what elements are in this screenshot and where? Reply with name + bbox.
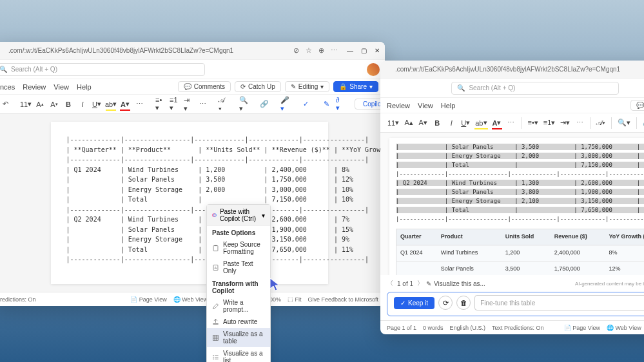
next-button[interactable]: 〉: [417, 279, 424, 288]
document-page[interactable]: |-------------|-----------------|-------…: [51, 122, 328, 284]
visualize-as-table[interactable]: Visualize as a table: [207, 328, 270, 347]
th-growth: YoY Growth (%): [605, 229, 644, 245]
doc-line: |-------------|-----------------|-------…: [66, 205, 313, 215]
underline-button[interactable]: U ▾: [90, 97, 103, 111]
paste-text-only[interactable]: A Paste Text Only: [207, 258, 270, 277]
doc-line: | Q1 2024 | Wind Turbines | 1,200 | 2,40…: [66, 165, 313, 175]
document-page[interactable]: | | Solar Panels | 3,500 | 1,750,000 | 1…: [389, 138, 644, 275]
menu-review[interactable]: Review: [387, 102, 410, 110]
bullets-button[interactable]: ≡•▾: [526, 116, 540, 130]
search-input[interactable]: 🔍 Search (Alt + Q): [0, 63, 205, 76]
font-color-button[interactable]: A▾: [491, 116, 503, 130]
doc-line: | **Quarter** | **Product** | **Units So…: [66, 145, 313, 155]
keep-it-button[interactable]: ✓ Keep it: [394, 297, 434, 309]
regenerate-button[interactable]: ⟳: [438, 296, 453, 310]
close-button[interactable]: ✕: [375, 47, 380, 54]
svg-point-16: [213, 358, 213, 359]
more-font-button[interactable]: ⋯: [505, 116, 518, 130]
shrink-font-button[interactable]: A▾: [416, 116, 429, 130]
minimize-button[interactable]: —: [347, 47, 353, 54]
styles-button[interactable]: 𝒜 ▾: [217, 97, 229, 111]
viz-as-label[interactable]: Visualize this as...: [434, 280, 485, 287]
undo-button[interactable]: ↶: [0, 97, 12, 111]
menu-view[interactable]: View: [54, 83, 69, 91]
bullets-button[interactable]: ≡• ▾: [153, 97, 166, 111]
menu-references[interactable]: nces: [0, 83, 15, 91]
discard-button[interactable]: 🗑: [456, 296, 471, 310]
auto-rewrite[interactable]: Auto rewrite: [207, 316, 270, 328]
prev-button[interactable]: 〈: [387, 279, 393, 288]
find-button[interactable]: 🔍▾: [616, 116, 632, 130]
page-count[interactable]: Page 1 of 1: [387, 325, 416, 331]
collections-icon[interactable]: ⊕: [318, 46, 324, 55]
ctxmenu-header[interactable]: Paste with Copilot (Ctrl) ▾: [207, 205, 270, 226]
dictate-button[interactable]: 🎤 ▾: [278, 97, 291, 111]
underline-button[interactable]: U ▾: [459, 116, 472, 130]
feedback-link[interactable]: Give Feedback to Microsoft: [307, 296, 378, 303]
numbering-button[interactable]: ≡1▾: [542, 116, 558, 130]
fontsize-field[interactable]: 11 ▾: [385, 116, 401, 130]
more-para-button[interactable]: ⋯: [196, 97, 209, 111]
menu-help[interactable]: Help: [77, 83, 92, 91]
menu-view[interactable]: View: [418, 102, 433, 110]
table-cell: 3,500: [502, 262, 551, 275]
italic-button[interactable]: I: [76, 97, 89, 111]
menu-review[interactable]: Review: [23, 83, 46, 91]
doc-line: |-------------|-----------------|-------…: [66, 254, 313, 265]
th-quarter: Quarter: [396, 229, 437, 245]
document-canvas: |-------------|-----------------|-------…: [0, 114, 385, 292]
indent-button[interactable]: ⇥▾: [558, 116, 572, 130]
bold-button[interactable]: B: [431, 116, 444, 130]
fontsize-field[interactable]: 11 ▾: [19, 97, 32, 111]
document-canvas: | | Solar Panels | 3,500 | 1,750,000 | 1…: [380, 133, 644, 275]
editing-button[interactable]: ✎ Editing ▾: [285, 81, 330, 92]
fit-button[interactable]: ⬚ Fit: [288, 296, 302, 303]
webview-button[interactable]: 🌐 Web View: [173, 296, 208, 303]
indent-button[interactable]: ⇥ ▾: [182, 97, 195, 111]
maximize-button[interactable]: ▢: [361, 47, 367, 54]
find-button[interactable]: 🔍 ▾: [237, 97, 250, 111]
word-count[interactable]: 0 words: [423, 325, 444, 331]
shrink-font-button[interactable]: A▾: [48, 97, 61, 111]
font-color-button[interactable]: A ▾: [119, 97, 132, 111]
menu-help[interactable]: Help: [441, 102, 456, 110]
statusbar: Page 1 of 1 0 words English (U.S.) Text …: [380, 320, 644, 334]
language[interactable]: English (U.S.): [450, 325, 486, 331]
italic-button[interactable]: I: [445, 116, 458, 130]
numbering-button[interactable]: ≡1 ▾: [168, 97, 181, 111]
more-icon[interactable]: ⋯: [331, 46, 338, 55]
predictions-status[interactable]: redictions: On: [0, 296, 36, 303]
designer-dropdown[interactable]: ∂ ▾: [334, 97, 347, 111]
visualize-as-list[interactable]: Visualize as a list: [207, 347, 270, 362]
share-button[interactable]: 🔒 Share ▾: [333, 81, 378, 92]
designer-button[interactable]: ✎: [320, 97, 333, 111]
favorite-icon[interactable]: ☆: [306, 46, 312, 55]
write-prompt[interactable]: Write a prompt...: [207, 296, 270, 316]
more-para-button[interactable]: ⋯: [573, 116, 586, 130]
search-input[interactable]: 🔍 Search (Alt + Q): [451, 82, 618, 95]
avatar[interactable]: [367, 63, 380, 76]
webview-button[interactable]: 🌐 Web View: [607, 325, 641, 331]
grow-font-button[interactable]: A▴: [34, 97, 46, 111]
list-icon: [212, 354, 219, 361]
editor-button[interactable]: ✓: [299, 97, 312, 111]
link-button[interactable]: 🔗: [258, 97, 271, 111]
pageview-button[interactable]: 📄 Page View: [130, 296, 166, 303]
bold-button[interactable]: B: [62, 97, 75, 111]
keep-source-formatting[interactable]: Keep Source Formatting: [207, 238, 270, 258]
pageview-button[interactable]: 📄 Page View: [564, 325, 600, 331]
highlight-button[interactable]: ab▾: [473, 116, 489, 130]
catchup-button[interactable]: ⟳ Catch Up: [235, 81, 281, 92]
link-button[interactable]: 🔗: [641, 116, 644, 130]
grow-font-button[interactable]: A▴: [402, 116, 415, 130]
more-font-button[interactable]: ⋯: [133, 97, 146, 111]
predictions-status[interactable]: Text Predictions: On: [492, 325, 544, 331]
cursor-pointer-icon: [268, 277, 283, 292]
finetune-input[interactable]: Fine-tune this table ➤: [474, 295, 644, 310]
styles-button[interactable]: 𝒜▾: [594, 116, 607, 130]
tracking-icon[interactable]: ⊘: [293, 46, 299, 55]
table-cell: 8%: [605, 245, 644, 262]
comments-button[interactable]: 💬 Comments: [178, 81, 231, 92]
highlight-button[interactable]: ab ▾: [104, 97, 117, 111]
comments-button[interactable]: 💬 Comments: [630, 100, 644, 111]
